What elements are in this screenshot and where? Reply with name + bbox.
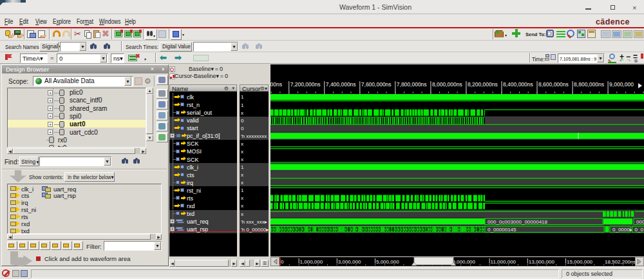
svg-text:9,000,000: 9,000,000 [609,81,634,88]
svg-text:000_0c003000_00000418: 000_0c003000_00000418 [488,219,548,225]
svg-text:7,800,000ns: 7,800,000ns [397,81,427,88]
svg-text:7,600,000ns: 7,600,000ns [361,81,392,88]
svg-text:00ns: 00ns [270,81,282,88]
svg-text:8,200,000ns: 8,200,000ns [468,81,498,88]
svg-text:0: 0 [281,259,284,265]
svg-text:0_00000145: 0_00000145 [488,227,516,233]
svg-text:11,000,000: 11,000,000 [491,259,516,265]
svg-text:1,000,000: 1,000,000 [300,259,323,265]
svg-text:0_0000▸: 0_0000▸ [612,227,632,233]
svg-text:0_0: 0_0 [635,227,644,233]
svg-text:7,200,000ns: 7,200,000ns [290,81,321,88]
svg-text:18,502,200ns: 18,502,200ns [605,259,636,265]
svg-text:9,000,000: 9,000,000 [452,259,475,265]
svg-text:3,000,000: 3,000,000 [338,259,361,265]
svg-text:000: 000 [636,219,644,225]
svg-text:5,000,000: 5,000,000 [376,259,399,265]
svg-text:8,000,000ns: 8,000,000ns [432,81,462,88]
svg-text:8,800,000ns: 8,800,000ns [574,81,604,88]
svg-text:15,000,000: 15,000,000 [567,259,593,265]
svg-text:8,400,000ns: 8,400,000ns [503,81,533,88]
svg-text:7,400,000ns: 7,400,000ns [326,81,356,88]
svg-text:8,600,000ns: 8,600,000ns [538,81,569,88]
svg-text:13,000,000: 13,000,000 [529,259,555,265]
